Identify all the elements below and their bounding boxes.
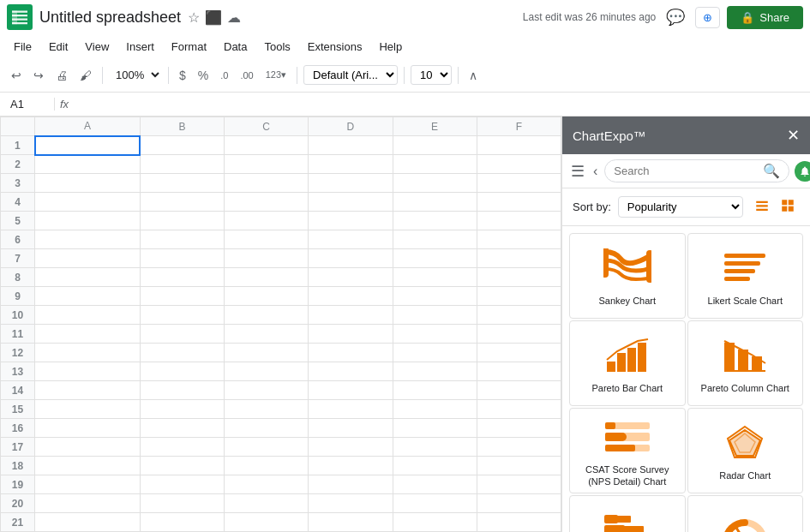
cell-A14[interactable]: [35, 381, 141, 400]
cell-A21[interactable]: [35, 513, 141, 532]
sidebar-search-input[interactable]: [614, 164, 758, 177]
comment-button[interactable]: 💬: [663, 4, 688, 30]
currency-button[interactable]: $: [175, 65, 190, 86]
cell-D4[interactable]: [309, 193, 393, 212]
undo-button[interactable]: ↩: [7, 65, 26, 86]
cell-C13[interactable]: [225, 362, 309, 381]
menu-tools[interactable]: Tools: [257, 39, 297, 55]
cell-D12[interactable]: [309, 344, 393, 362]
cell-F1[interactable]: [477, 136, 561, 155]
cell-D7[interactable]: [309, 249, 393, 268]
font-size-select[interactable]: 10: [411, 65, 452, 85]
sheet-scroll[interactable]: A B C D E F 1234567891011121314151617181…: [0, 117, 561, 532]
cell-F20[interactable]: [477, 494, 561, 513]
cell-F7[interactable]: [477, 249, 561, 268]
cell-E3[interactable]: [393, 174, 477, 193]
row-header-2[interactable]: 2: [1, 155, 35, 174]
cell-C7[interactable]: [225, 249, 309, 268]
cell-E12[interactable]: [393, 344, 477, 362]
row-header-3[interactable]: 3: [1, 174, 35, 193]
cell-B5[interactable]: [140, 212, 224, 230]
cell-B2[interactable]: [140, 155, 224, 174]
cell-B19[interactable]: [140, 475, 224, 494]
row-header-8[interactable]: 8: [1, 268, 35, 287]
col-header-d[interactable]: D: [309, 117, 393, 136]
increase-decimal-button[interactable]: .00: [236, 67, 257, 84]
cell-F15[interactable]: [477, 400, 561, 419]
col-header-f[interactable]: F: [477, 117, 561, 136]
font-family-select[interactable]: Default (Ari...: [303, 65, 398, 85]
cloud-icon[interactable]: ☁: [227, 9, 241, 26]
cell-E18[interactable]: [393, 457, 477, 475]
zoom-select[interactable]: 100%: [109, 66, 162, 84]
cell-C8[interactable]: [225, 268, 309, 287]
cell-B8[interactable]: [140, 268, 224, 287]
insert-drive-button[interactable]: ⊕: [695, 7, 720, 28]
cell-D20[interactable]: [309, 494, 393, 513]
cell-D11[interactable]: [309, 325, 393, 344]
format-paint-button[interactable]: 🖌: [75, 65, 96, 86]
cell-B16[interactable]: [140, 419, 224, 438]
cell-A7[interactable]: [35, 249, 141, 268]
cell-E1[interactable]: [393, 136, 477, 155]
cell-E13[interactable]: [393, 362, 477, 381]
cell-A12[interactable]: [35, 344, 141, 362]
cell-D3[interactable]: [309, 174, 393, 193]
cell-D5[interactable]: [309, 212, 393, 230]
cell-C15[interactable]: [225, 400, 309, 419]
cell-A11[interactable]: [35, 325, 141, 344]
cell-B4[interactable]: [140, 193, 224, 212]
menu-insert[interactable]: Insert: [119, 39, 161, 55]
cell-A10[interactable]: [35, 306, 141, 325]
chart-item-sankey[interactable]: Sankey Chart: [569, 233, 686, 319]
cell-B10[interactable]: [140, 306, 224, 325]
cell-C18[interactable]: [225, 457, 309, 475]
cell-A15[interactable]: [35, 400, 141, 419]
cell-E19[interactable]: [393, 475, 477, 494]
cell-E10[interactable]: [393, 306, 477, 325]
list-view-button[interactable]: [750, 195, 774, 218]
row-header-19[interactable]: 19: [1, 475, 35, 494]
cell-E17[interactable]: [393, 438, 477, 457]
chart-item-likert[interactable]: Likert Scale Chart: [687, 233, 804, 319]
cell-C9[interactable]: [225, 287, 309, 306]
cell-E14[interactable]: [393, 381, 477, 400]
cell-C12[interactable]: [225, 344, 309, 362]
cell-F21[interactable]: [477, 513, 561, 532]
cell-A5[interactable]: [35, 212, 141, 230]
cell-F4[interactable]: [477, 193, 561, 212]
cell-A18[interactable]: [35, 457, 141, 475]
cell-B15[interactable]: [140, 400, 224, 419]
cell-D1[interactable]: [309, 136, 393, 155]
cell-A9[interactable]: [35, 287, 141, 306]
row-header-16[interactable]: 16: [1, 419, 35, 438]
cell-B18[interactable]: [140, 457, 224, 475]
cell-F6[interactable]: [477, 230, 561, 249]
menu-format[interactable]: Format: [165, 39, 213, 55]
row-header-1[interactable]: 1: [1, 136, 35, 155]
cell-D21[interactable]: [309, 513, 393, 532]
row-header-4[interactable]: 4: [1, 193, 35, 212]
decrease-decimal-button[interactable]: .0: [216, 67, 232, 84]
cell-F17[interactable]: [477, 438, 561, 457]
cell-B11[interactable]: [140, 325, 224, 344]
row-header-7[interactable]: 7: [1, 249, 35, 268]
cell-E11[interactable]: [393, 325, 477, 344]
cell-C1[interactable]: [225, 136, 309, 155]
cell-D19[interactable]: [309, 475, 393, 494]
cell-A17[interactable]: [35, 438, 141, 457]
chart-item-radar[interactable]: Radar Chart: [687, 408, 804, 493]
cell-D6[interactable]: [309, 230, 393, 249]
sidebar-close-button[interactable]: ✕: [787, 126, 800, 145]
cell-C20[interactable]: [225, 494, 309, 513]
cell-D10[interactable]: [309, 306, 393, 325]
sidebar-search-box[interactable]: 🔍: [604, 159, 789, 182]
row-header-9[interactable]: 9: [1, 287, 35, 306]
cell-E21[interactable]: [393, 513, 477, 532]
col-header-c[interactable]: C: [225, 117, 309, 136]
cell-E9[interactable]: [393, 287, 477, 306]
cell-B6[interactable]: [140, 230, 224, 249]
row-header-6[interactable]: 6: [1, 230, 35, 249]
menu-data[interactable]: Data: [217, 39, 254, 55]
cell-E8[interactable]: [393, 268, 477, 287]
